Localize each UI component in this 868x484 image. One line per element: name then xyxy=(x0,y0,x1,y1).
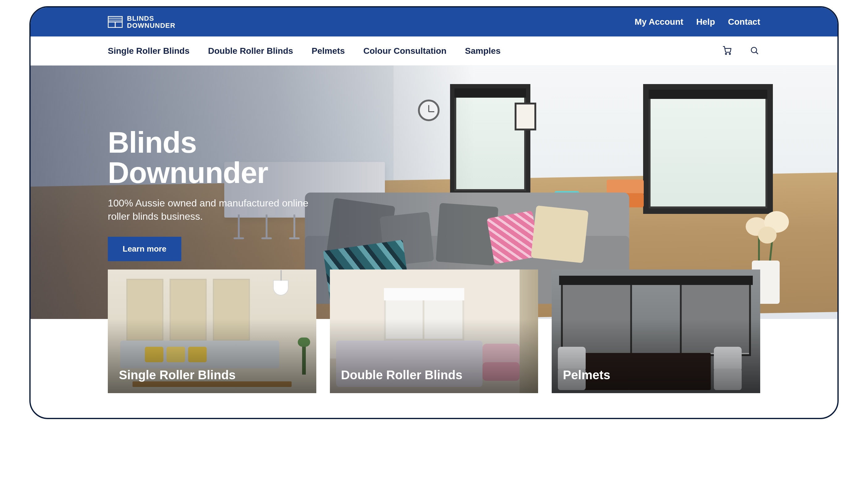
card-single-roller-blinds[interactable]: Single Roller Blinds xyxy=(108,270,316,393)
hero-subtitle: 100% Aussie owned and manufactured onlin… xyxy=(108,196,330,223)
my-account-link[interactable]: My Account xyxy=(634,17,683,27)
svg-point-5 xyxy=(725,54,726,55)
browser-mockup-frame: BLINDS DOWNUNDER My Account Help Contact… xyxy=(29,6,839,419)
svg-point-6 xyxy=(729,54,731,55)
nav-item-samples[interactable]: Samples xyxy=(465,46,500,56)
brand-logo-text: BLINDS DOWNUNDER xyxy=(127,15,176,29)
brand-line2: DOWNUNDER xyxy=(127,22,176,29)
cart-icon xyxy=(722,51,732,56)
card-double-roller-blinds[interactable]: Double Roller Blinds xyxy=(330,270,538,393)
search-icon xyxy=(750,51,759,56)
nav-actions xyxy=(721,44,760,57)
help-link[interactable]: Help xyxy=(696,17,715,27)
hero-title-line2: Downunder xyxy=(108,156,268,189)
nav-item-single-roller[interactable]: Single Roller Blinds xyxy=(108,46,189,56)
nav-menu: Single Roller Blinds Double Roller Blind… xyxy=(108,46,501,56)
card-title: Single Roller Blinds xyxy=(119,368,236,382)
nav-item-double-roller[interactable]: Double Roller Blinds xyxy=(208,46,293,56)
card-pelmets[interactable]: Pelmets xyxy=(552,270,760,393)
brand-logo-icon xyxy=(108,16,123,28)
brand-line1: BLINDS xyxy=(127,14,154,22)
brand-logo[interactable]: BLINDS DOWNUNDER xyxy=(108,15,176,29)
search-button[interactable] xyxy=(748,44,760,57)
card-title: Double Roller Blinds xyxy=(341,368,462,382)
card-title: Pelmets xyxy=(563,368,610,382)
top-bar: BLINDS DOWNUNDER My Account Help Contact xyxy=(31,7,837,36)
contact-link[interactable]: Contact xyxy=(728,17,760,27)
main-nav: Single Roller Blinds Double Roller Blind… xyxy=(31,36,837,65)
svg-line-8 xyxy=(756,52,758,54)
top-utility-links: My Account Help Contact xyxy=(634,17,760,27)
hero-title: Blinds Downunder xyxy=(108,127,330,188)
nav-item-colour-consultation[interactable]: Colour Consultation xyxy=(363,46,446,56)
hero-content: Blinds Downunder 100% Aussie owned and m… xyxy=(108,127,330,261)
hero-title-line1: Blinds xyxy=(108,126,196,159)
cart-button[interactable] xyxy=(721,44,733,57)
nav-item-pelmets[interactable]: Pelmets xyxy=(312,46,345,56)
category-cards: Single Roller Blinds Double Roller Blind… xyxy=(31,270,837,418)
learn-more-button[interactable]: Learn more xyxy=(108,237,181,261)
